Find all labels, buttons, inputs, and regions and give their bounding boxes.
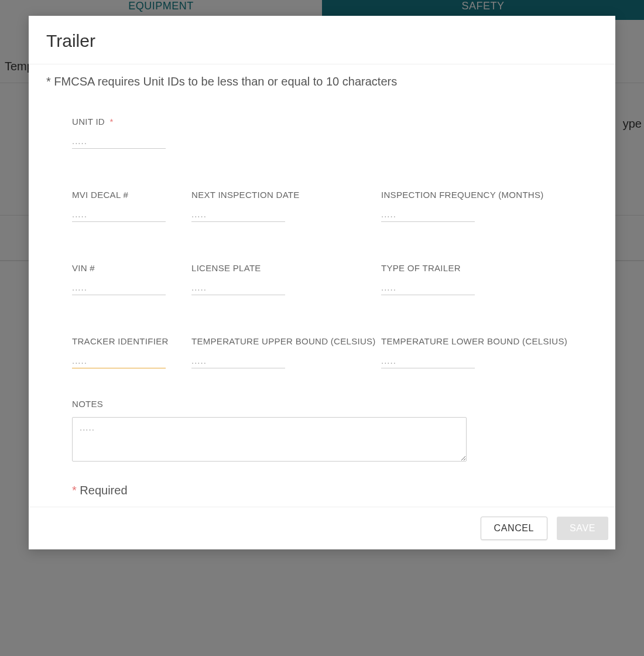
license-plate-input[interactable] xyxy=(191,281,285,295)
mvi-decal-input[interactable] xyxy=(72,208,166,222)
cancel-button[interactable]: CANCEL xyxy=(481,517,548,540)
vin-input[interactable] xyxy=(72,281,166,295)
required-note: * Required xyxy=(72,484,572,497)
field-group-temp-lower: TEMPERATURE LOWER BOUND (CELSIUS) xyxy=(381,336,557,368)
temp-upper-label: TEMPERATURE UPPER BOUND (CELSIUS) xyxy=(191,336,367,346)
form-row-4: TRACKER IDENTIFIER TEMPERATURE UPPER BOU… xyxy=(72,336,572,368)
field-group-temp-upper: TEMPERATURE UPPER BOUND (CELSIUS) xyxy=(191,336,367,368)
license-plate-label: LICENSE PLATE xyxy=(191,263,367,273)
field-group-trailer-type: TYPE OF TRAILER xyxy=(381,263,557,295)
field-group-tracker-id: TRACKER IDENTIFIER xyxy=(72,336,177,368)
modal-title: Trailer xyxy=(46,31,598,51)
tracker-id-label: TRACKER IDENTIFIER xyxy=(72,336,177,346)
inspection-freq-input[interactable] xyxy=(381,208,475,222)
inspection-freq-label: INSPECTION FREQUENCY (MONTHS) xyxy=(381,190,557,200)
trailer-type-input[interactable] xyxy=(381,281,475,295)
trailer-modal: Trailer * FMCSA requires Unit IDs to be … xyxy=(29,16,615,549)
modal-body: * FMCSA requires Unit IDs to be less tha… xyxy=(29,64,615,507)
required-text: Required xyxy=(80,484,127,497)
save-button[interactable]: SAVE xyxy=(557,517,608,540)
field-group-mvi-decal: MVI DECAL # xyxy=(72,190,177,222)
field-group-vin: VIN # xyxy=(72,263,177,295)
tracker-id-input[interactable] xyxy=(72,354,166,368)
unit-id-input[interactable] xyxy=(72,135,166,149)
trailer-type-label: TYPE OF TRAILER xyxy=(381,263,557,273)
form-row-2: MVI DECAL # NEXT INSPECTION DATE INSPECT… xyxy=(72,190,572,222)
notes-label: NOTES xyxy=(72,399,572,409)
form-area: UNIT ID * MVI DECAL # NEXT INSPECTION DA… xyxy=(46,117,598,497)
modal-header: Trailer xyxy=(29,16,615,64)
form-row-5: NOTES xyxy=(72,399,572,464)
next-inspection-label: NEXT INSPECTION DATE xyxy=(191,190,367,200)
form-row-1: UNIT ID * xyxy=(72,117,572,149)
field-group-license-plate: LICENSE PLATE xyxy=(191,263,367,295)
notes-textarea[interactable] xyxy=(72,417,467,462)
unit-id-label-text: UNIT ID xyxy=(72,117,105,127)
form-row-3: VIN # LICENSE PLATE TYPE OF TRAILER xyxy=(72,263,572,295)
field-group-unit-id: UNIT ID * xyxy=(72,117,177,149)
next-inspection-input[interactable] xyxy=(191,208,285,222)
vin-label: VIN # xyxy=(72,263,177,273)
mvi-decal-label: MVI DECAL # xyxy=(72,190,177,200)
helper-text: * FMCSA requires Unit IDs to be less tha… xyxy=(46,75,598,88)
unit-id-label: UNIT ID * xyxy=(72,117,177,127)
temp-lower-label: TEMPERATURE LOWER BOUND (CELSIUS) xyxy=(381,336,557,346)
required-star-icon: * xyxy=(72,484,77,497)
modal-footer: CANCEL SAVE xyxy=(29,507,615,549)
temp-upper-input[interactable] xyxy=(191,354,285,368)
required-star-icon: * xyxy=(109,117,113,127)
field-group-inspection-freq: INSPECTION FREQUENCY (MONTHS) xyxy=(381,190,557,222)
temp-lower-input[interactable] xyxy=(381,354,475,368)
field-group-next-inspection: NEXT INSPECTION DATE xyxy=(191,190,367,222)
